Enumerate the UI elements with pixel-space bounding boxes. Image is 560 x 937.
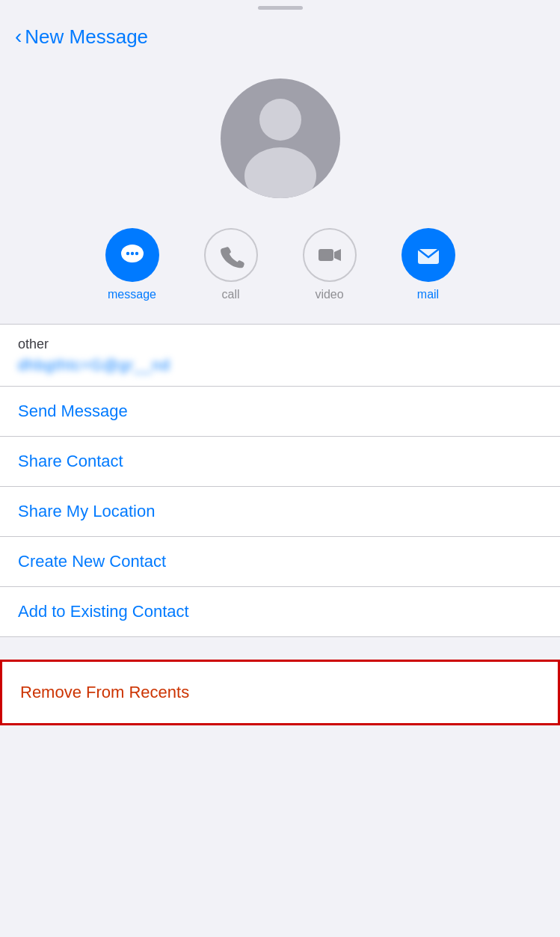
remove-from-recents-label: Remove From Recents: [20, 683, 189, 701]
call-icon: [218, 242, 244, 268]
svg-point-1: [244, 147, 316, 198]
email-section: other dhbgthtc=G@gr__nd Send Message Sha…: [0, 325, 560, 637]
video-icon: [316, 242, 343, 268]
status-bar: [0, 0, 560, 15]
message-icon: [118, 241, 147, 269]
status-handle: [258, 6, 303, 10]
avatar: [221, 79, 340, 198]
call-icon-circle: [204, 228, 258, 282]
back-label: New Message: [25, 25, 148, 49]
svg-point-5: [130, 252, 133, 255]
mail-action-button[interactable]: mail: [401, 228, 455, 301]
share-location-item[interactable]: Share My Location: [0, 487, 560, 536]
video-icon-circle: [303, 228, 357, 282]
mail-label: mail: [417, 288, 439, 301]
nav-bar: ‹ New Message: [0, 15, 560, 56]
remove-from-recents-item[interactable]: Remove From Recents: [0, 660, 560, 725]
svg-rect-7: [319, 249, 333, 261]
mail-icon-circle: [401, 228, 455, 282]
call-action-button[interactable]: call: [204, 228, 258, 301]
divider-5: [0, 636, 560, 637]
share-contact-label: Share Contact: [18, 452, 123, 471]
create-contact-label: Create New Contact: [18, 552, 166, 571]
video-action-button[interactable]: video: [303, 228, 357, 301]
back-chevron-icon: ‹: [15, 26, 22, 47]
svg-point-6: [135, 252, 138, 255]
avatar-silhouette-icon: [221, 79, 340, 198]
video-label: video: [315, 288, 343, 301]
svg-point-0: [259, 99, 301, 141]
message-label: message: [108, 288, 156, 301]
mail-icon: [414, 241, 443, 269]
call-label: call: [221, 288, 239, 301]
message-action-button[interactable]: message: [105, 228, 159, 301]
action-buttons-row: message call video mail: [0, 213, 560, 324]
message-icon-circle: [105, 228, 159, 282]
send-message-label: Send Message: [18, 402, 128, 421]
back-button[interactable]: ‹ New Message: [15, 25, 148, 49]
share-location-label: Share My Location: [18, 502, 155, 521]
add-existing-label: Add to Existing Contact: [18, 602, 189, 621]
add-existing-contact-item[interactable]: Add to Existing Contact: [0, 587, 560, 636]
svg-point-4: [126, 252, 129, 255]
email-type-label: other: [18, 337, 542, 352]
create-contact-item[interactable]: Create New Contact: [0, 537, 560, 586]
email-value: dhbgthtc=G@gr__nd: [18, 357, 542, 374]
avatar-section: [0, 56, 560, 213]
share-contact-item[interactable]: Share Contact: [0, 437, 560, 486]
send-message-item[interactable]: Send Message: [0, 387, 560, 436]
svg-marker-8: [334, 249, 341, 261]
